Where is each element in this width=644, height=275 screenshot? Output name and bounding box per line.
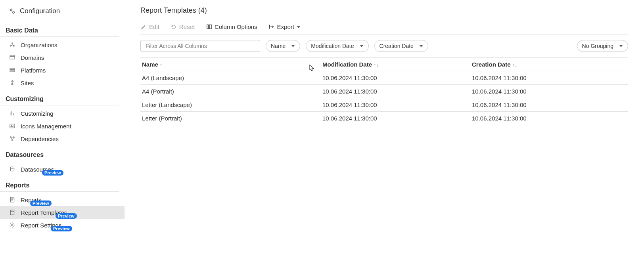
chevron-down-icon [619,45,623,47]
sidebar-item-datasources[interactable]: DatasourcesPreview [0,163,125,176]
template-icon [9,209,16,216]
cell-name: Letter (Landscape) [142,101,322,108]
table-header: Name↑Modification Date↑↓Creation Date↑↓ [140,58,628,71]
main: Report Templates (4) Edit Reset Column O… [125,0,644,275]
section-title: Datasources [0,145,119,161]
preview-badge: Preview [56,213,77,219]
cell-modified: 10.06.2024 11:30:00 [322,88,472,95]
svg-rect-16 [10,210,14,215]
sites-icon [9,79,16,86]
pencil-icon [140,24,147,30]
table-row[interactable]: Letter (Portrait)10.06.2024 11:30:0010.0… [140,112,628,125]
column-header-creation-date[interactable]: Creation Date↑↓ [472,61,628,68]
column-options-label: Column Options [215,23,257,30]
undo-icon [171,24,177,30]
sidebar-title: Configuration [20,7,60,15]
sidebar-item-domains[interactable]: Domains [0,51,125,64]
svg-rect-19 [209,25,211,29]
sort-indicator-icon: ↑↓ [512,62,518,68]
table-row[interactable]: A4 (Portrait)10.06.2024 11:30:0010.06.20… [140,85,628,98]
cell-created: 10.06.2024 11:30:00 [472,74,628,81]
column-header-label: Name [142,61,158,68]
cell-name: Letter (Portrait) [142,115,322,122]
svg-rect-6 [10,69,15,70]
table-row[interactable]: Letter (Landscape)10.06.2024 11:30:0010.… [140,98,628,112]
sidebar-item-customizing[interactable]: Customizing [0,107,125,120]
column-options-button[interactable]: Column Options [206,23,257,30]
cell-created: 10.06.2024 11:30:00 [472,101,628,108]
sidebar-item-sites[interactable]: Sites [0,76,125,89]
sidebar-item-label: Sites [21,80,34,86]
chevron-down-icon [360,45,364,47]
sidebar-item-icons-management[interactable]: Icons Management [0,120,125,132]
platforms-icon [9,67,16,74]
report-icon [9,196,16,203]
grouping-label: No Grouping [582,43,613,49]
filter-chip-modification-date[interactable]: Modification Date [306,40,368,52]
page-title: Report Templates (4) [140,5,644,21]
sidebar-item-label: Customizing [21,110,54,117]
sidebar-item-reports[interactable]: ReportsPreview [0,193,125,206]
filter-input[interactable] [140,40,260,52]
filter-chip-label: Creation Date [380,43,414,49]
preview-badge: Preview [51,226,72,231]
table: Name↑Modification Date↑↓Creation Date↑↓ … [140,57,628,125]
filter-chip-name[interactable]: Name [266,40,300,52]
settings-icon [9,222,16,229]
sidebar-item-platforms[interactable]: Platforms [0,64,125,76]
sidebar-item-report-settings[interactable]: Report SettingsPreview [0,219,125,231]
cell-modified: 10.06.2024 11:30:00 [322,115,472,122]
section-title: Basic Data [0,21,119,37]
cell-created: 10.06.2024 11:30:00 [472,88,628,95]
sidebar-item-dependencies[interactable]: Dependencies [0,132,125,145]
export-button[interactable]: Export [268,23,301,30]
filter-chip-creation-date[interactable]: Creation Date [374,40,428,52]
edit-label: Edit [149,23,159,30]
chevron-down-icon [291,45,295,47]
svg-point-14 [10,167,14,168]
sidebar-item-label: Organizations [21,42,58,48]
svg-point-0 [10,9,12,11]
sidebar-item-label: Icons Management [21,123,71,130]
domains-icon [9,54,16,61]
preview-badge: Preview [42,170,63,176]
cell-name: A4 (Portrait) [142,88,322,95]
svg-point-17 [12,224,13,226]
cell-name: A4 (Landscape) [142,74,322,81]
svg-rect-7 [10,71,15,72]
sidebar-item-label: Domains [21,54,44,61]
sidebar-item-organizations[interactable]: Organizations [0,38,125,51]
customizing-icon [9,110,16,117]
chevron-down-icon [419,45,423,47]
section-title: Customizing [0,89,119,105]
sort-indicator-icon: ↑ [160,62,163,68]
edit-button[interactable]: Edit [140,23,159,30]
grouping-select[interactable]: No Grouping [577,40,628,52]
cell-modified: 10.06.2024 11:30:00 [322,74,472,81]
filters-row: NameModification DateCreation Date No Gr… [140,34,644,57]
svg-rect-18 [207,25,208,29]
sort-indicator-icon: ↑↓ [374,62,379,68]
svg-rect-5 [10,55,15,59]
reset-button[interactable]: Reset [171,23,195,30]
gear-icon [9,8,16,15]
sidebar-item-report-templates[interactable]: Report TemplatesPreview [0,206,125,219]
filter-chip-label: Name [271,43,286,49]
icons-icon [9,122,16,130]
columns-icon [206,24,212,30]
column-header-name[interactable]: Name↑ [142,61,322,68]
sidebar-item-label: Platforms [21,67,46,74]
reset-label: Reset [179,23,195,30]
cell-modified: 10.06.2024 11:30:00 [322,101,472,108]
column-header-modification-date[interactable]: Modification Date↑↓ [322,61,472,68]
export-label: Export [277,23,294,30]
org-icon [9,41,16,48]
column-header-label: Modification Date [322,61,372,68]
column-header-label: Creation Date [472,61,511,68]
deps-icon [9,135,16,142]
cell-created: 10.06.2024 11:30:00 [472,115,628,122]
table-row[interactable]: A4 (Landscape)10.06.2024 11:30:0010.06.2… [140,71,628,85]
svg-point-1 [13,11,15,13]
toolbar: Edit Reset Column Options Export [140,21,628,34]
svg-point-2 [12,43,13,44]
